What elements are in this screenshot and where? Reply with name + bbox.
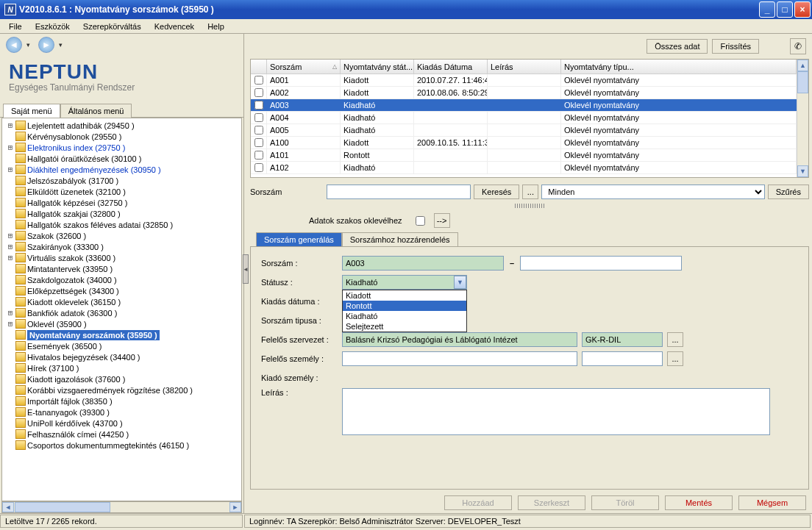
tree-item[interactable]: ·Szakdolgozatok (34000 ) bbox=[2, 274, 241, 285]
grid-header-check[interactable] bbox=[251, 60, 267, 74]
row-checkbox[interactable] bbox=[254, 101, 263, 110]
filter-select[interactable]: Minden bbox=[541, 185, 764, 199]
tree-item[interactable]: ·Hallgatók képzései (32750 ) bbox=[2, 197, 241, 208]
menu-file[interactable]: File bbox=[3, 21, 28, 32]
table-row[interactable]: A101RontottOklevél nyomtatvány bbox=[251, 149, 797, 162]
tree-item[interactable]: ·Előképzettségek (34300 ) bbox=[2, 285, 241, 296]
tree-toggle-icon[interactable]: ⊞ bbox=[5, 121, 15, 130]
scroll-thumb[interactable] bbox=[797, 71, 808, 93]
tree-item[interactable]: ·Nyomtatvány sorszámok (35950 ) bbox=[2, 329, 241, 340]
tree-item[interactable]: ·E-tananyagok (39300 ) bbox=[2, 407, 241, 418]
tree-toggle-icon[interactable]: ⊞ bbox=[5, 308, 15, 318]
adatok-arrow-button[interactable]: --> bbox=[434, 213, 450, 228]
maximize-button[interactable]: □ bbox=[777, 1, 793, 18]
tree-item[interactable]: ·Korábbi vizsgaeredmények rögzítése (382… bbox=[2, 384, 241, 395]
scroll-up-icon[interactable]: ▲ bbox=[797, 60, 808, 71]
leiras-textarea[interactable] bbox=[342, 388, 770, 435]
adatok-checkbox[interactable] bbox=[416, 216, 425, 226]
tree-item[interactable]: ⊞Szakirányok (33300 ) bbox=[2, 241, 241, 252]
szervezet-name-input[interactable] bbox=[342, 332, 577, 347]
tree-item[interactable]: ·Hivatalos bejegyzések (34400 ) bbox=[2, 351, 241, 362]
tree-item[interactable]: ·Jelszószabályok (31700 ) bbox=[2, 175, 241, 186]
table-row[interactable]: A004KiadhatóOklevél nyomtatvány bbox=[251, 112, 797, 124]
grid-header-sorszam[interactable]: Sorszám △ bbox=[267, 60, 341, 74]
statusz-dropdown-list[interactable]: KiadottRontottKiadhatóSelejtezett bbox=[342, 290, 467, 332]
tree-item[interactable]: ·Importált fájlok (38350 ) bbox=[2, 395, 241, 407]
tree-item[interactable]: ·Hallgatók szakos féléves adatai (32850 … bbox=[2, 219, 241, 230]
nav-forward-button[interactable]: ► bbox=[38, 37, 54, 53]
nav-forward-dropdown[interactable]: ▾ bbox=[59, 41, 66, 49]
tree-item[interactable]: ·Elküldött üzenetek (32100 ) bbox=[2, 186, 241, 197]
szemely-lookup-button[interactable]: ... bbox=[667, 351, 683, 366]
tree-toggle-icon[interactable]: ⊞ bbox=[5, 253, 15, 262]
tab-sorszam-generalas[interactable]: Sorszám generálás bbox=[256, 232, 342, 246]
tree-item[interactable]: ·Hallgatók szakjai (32800 ) bbox=[2, 208, 241, 219]
tree-toggle-icon[interactable]: ⊞ bbox=[5, 242, 15, 251]
row-checkbox[interactable] bbox=[254, 126, 263, 135]
combo-item[interactable]: Selejtezett bbox=[343, 321, 466, 332]
tree-item[interactable]: ·Mintatantervek (33950 ) bbox=[2, 263, 241, 274]
tree-item[interactable]: ·Hallgatói óraütközések (30100 ) bbox=[2, 153, 241, 164]
menu-szerepkorvaltas[interactable]: Szerepkörváltás bbox=[77, 21, 147, 32]
menu-help[interactable]: Help bbox=[202, 21, 230, 32]
tree-item[interactable]: ·UniPoll kérdőívek (43700 ) bbox=[2, 418, 241, 429]
tree-item[interactable]: ⊞Elektronikus index (29750 ) bbox=[2, 142, 241, 153]
szemely-code-input[interactable] bbox=[582, 351, 663, 366]
tree-toggle-icon[interactable]: ⊞ bbox=[5, 231, 15, 240]
megsem-button[interactable]: Mégsem bbox=[738, 495, 806, 510]
combo-item[interactable]: Kiadható bbox=[343, 311, 466, 321]
search-input[interactable] bbox=[327, 185, 471, 199]
tree-item[interactable]: ·Csoportos dokumentummegtekintés (46150 … bbox=[2, 440, 241, 451]
torol-button[interactable]: Töröl bbox=[591, 495, 659, 510]
grid-header-tip[interactable]: Nyomtatvány típu... bbox=[561, 60, 797, 74]
scroll-thumb[interactable] bbox=[15, 502, 110, 512]
grid-header-stat[interactable]: Nyomtatvány stát... bbox=[341, 60, 414, 74]
table-row[interactable]: A001Kiadott2010.07.27. 11:46:4Oklevél ny… bbox=[251, 74, 797, 87]
tree-item[interactable]: ·Hírek (37100 ) bbox=[2, 362, 241, 373]
tab-sorszamhoz-hozzarendeles[interactable]: Sorszámhoz hozzárendelés bbox=[342, 232, 458, 246]
hozzaad-button[interactable]: Hozzáad bbox=[444, 495, 512, 510]
grid-header-leiras[interactable]: Leírás bbox=[488, 60, 561, 74]
statusz-combo[interactable]: ▼ KiadottRontottKiadhatóSelejtezett bbox=[342, 275, 467, 290]
szures-button[interactable]: Szűrés bbox=[768, 185, 809, 199]
tree-item[interactable]: ·Kiadott oklevelek (36150 ) bbox=[2, 296, 241, 307]
combo-item[interactable]: Rontott bbox=[343, 301, 466, 311]
row-checkbox[interactable] bbox=[254, 138, 263, 147]
row-checkbox[interactable] bbox=[254, 88, 263, 97]
tree-toggle-icon[interactable]: ⊞ bbox=[5, 143, 15, 152]
sorszam-from-input[interactable] bbox=[342, 256, 504, 271]
pane-grip[interactable] bbox=[250, 201, 809, 210]
tree-toggle-icon[interactable]: ⊞ bbox=[5, 319, 15, 329]
grid-header-date[interactable]: Kiadás Dátuma bbox=[414, 60, 488, 74]
tree-item[interactable]: ·Kiadott igazolások (37600 ) bbox=[2, 373, 241, 384]
scroll-left-icon[interactable]: ◄ bbox=[2, 502, 14, 512]
table-row[interactable]: A005KiadhatóOklevél nyomtatvány bbox=[251, 124, 797, 137]
row-checkbox[interactable] bbox=[254, 76, 263, 85]
tree-toggle-icon[interactable]: ⊞ bbox=[5, 165, 15, 174]
splitter[interactable]: ◄ bbox=[244, 34, 247, 513]
row-checkbox[interactable] bbox=[254, 113, 263, 122]
mentes-button[interactable]: Mentés bbox=[665, 495, 733, 510]
splitter-handle[interactable]: ◄ bbox=[243, 254, 249, 284]
szervezet-lookup-button[interactable]: ... bbox=[667, 332, 683, 347]
tree-hscroll[interactable]: ◄ ► bbox=[1, 501, 242, 513]
tree-item[interactable]: ⊞Bankfiók adatok (36300 ) bbox=[2, 307, 241, 318]
table-row[interactable]: A100Kiadott2009.10.15. 11:11:3Oklevél ny… bbox=[251, 137, 797, 149]
nav-back-dropdown[interactable]: ▾ bbox=[26, 41, 34, 49]
row-checkbox[interactable] bbox=[254, 151, 263, 160]
szerkeszt-button[interactable]: Szerkeszt bbox=[518, 495, 585, 510]
table-row[interactable]: A002Kiadott2010.08.06. 8:50:29Oklevél ny… bbox=[251, 87, 797, 99]
tree-item[interactable]: ⊞Oklevél (35900 ) bbox=[2, 318, 241, 329]
szemely-name-input[interactable] bbox=[342, 351, 577, 366]
scroll-track[interactable] bbox=[797, 93, 808, 165]
scroll-right-icon[interactable]: ► bbox=[229, 502, 241, 512]
nav-tree[interactable]: ⊞Lejelentett adathibák (29450 )·Kérvénys… bbox=[1, 118, 242, 501]
tab-sajat-menu[interactable]: Saját menü bbox=[3, 104, 60, 118]
minimize-button[interactable]: _ bbox=[759, 1, 775, 18]
frissites-button[interactable]: Frissítés bbox=[712, 39, 759, 54]
tree-item[interactable]: ⊞Diákhitel engedményezések (30950 ) bbox=[2, 164, 241, 175]
grid-vscroll[interactable]: ▲ ▼ bbox=[797, 60, 808, 177]
sorszam-to-input[interactable] bbox=[520, 256, 682, 271]
row-checkbox[interactable] bbox=[254, 163, 263, 172]
tab-altalanos-menu[interactable]: Általános menü bbox=[60, 104, 132, 118]
